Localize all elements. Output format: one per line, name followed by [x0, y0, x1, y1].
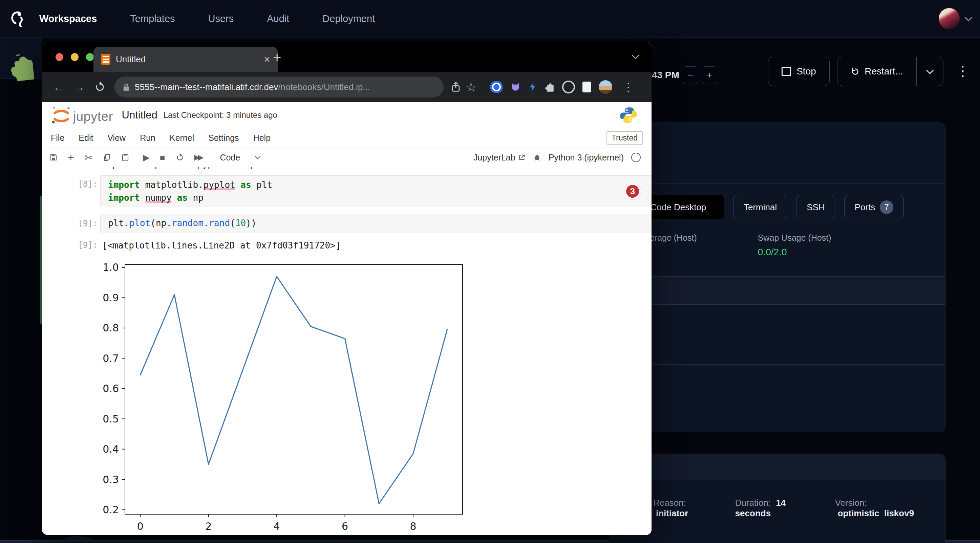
cell-type-dropdown[interactable]: Code: [220, 153, 260, 162]
cell8-prompt: [8]:: [62, 179, 97, 189]
back-button[interactable]: ←: [50, 80, 68, 94]
share-icon[interactable]: [451, 82, 461, 92]
ssh-button[interactable]: SSH: [796, 195, 835, 219]
nav-item-workspaces[interactable]: Workspaces: [39, 13, 97, 24]
jupyter-toolbar: + ✂ ▶ ■ ▶▶ Code JupyterLab: [42, 148, 652, 167]
notebook-title[interactable]: Untitled: [122, 109, 158, 121]
copy-cell-button[interactable]: [103, 153, 111, 162]
version-label: Version:: [835, 498, 867, 508]
split-screen-extension-icon[interactable]: [582, 82, 591, 92]
zoom-in-button[interactable]: +: [702, 66, 717, 84]
jupyter-page: jupyter Untitled Last Checkpoint: 3 minu…: [42, 102, 652, 535]
nav-item-templates[interactable]: Templates: [130, 13, 175, 24]
lightning-extension-icon[interactable]: [528, 82, 537, 92]
tab-title: Untitled: [116, 54, 258, 65]
restart-kernel-button[interactable]: [175, 153, 184, 162]
chevron-down-icon[interactable]: [965, 14, 972, 22]
ports-count-badge: 7: [880, 200, 893, 214]
window-minimize-button[interactable]: [71, 53, 79, 61]
chevron-down-icon: [926, 67, 934, 75]
tab-search-chevron-icon[interactable]: [632, 52, 639, 59]
run-cell-button[interactable]: ▶: [143, 152, 150, 163]
user-avatar[interactable]: [939, 8, 960, 29]
workspace-kebab-menu[interactable]: ⋮: [956, 58, 970, 84]
nav-item-audit[interactable]: Audit: [267, 13, 289, 24]
jupyter-logo[interactable]: jupyter: [51, 106, 113, 125]
nav-item-users[interactable]: Users: [208, 13, 234, 24]
menu-run[interactable]: Run: [140, 133, 156, 143]
chevron-down-icon: [255, 154, 261, 159]
swap-usage-stat: Swap Usage (Host) 0.0/2.0: [758, 233, 831, 276]
jupyterlab-label: JupyterLab: [473, 153, 515, 162]
version-value: optimistic_liskov9: [838, 508, 914, 518]
reload-button[interactable]: [94, 81, 106, 93]
menu-view[interactable]: View: [107, 133, 126, 143]
svg-text:2: 2: [205, 520, 212, 532]
build-card-header: [609, 454, 945, 480]
duration-label: Duration:: [735, 498, 771, 508]
code-cell-8[interactable]: import matplotlib.pyplot as plt import n…: [100, 175, 652, 207]
trusted-badge[interactable]: Trusted: [606, 131, 643, 144]
save-button[interactable]: [49, 153, 57, 162]
bookmark-star-icon[interactable]: ☆: [466, 80, 476, 94]
notification-badge[interactable]: 3: [624, 183, 641, 199]
browser-profile-avatar[interactable]: [599, 80, 612, 94]
forward-button[interactable]: →: [70, 80, 88, 94]
svg-text:0.9: 0.9: [103, 292, 119, 304]
paste-cell-button[interactable]: [121, 153, 129, 162]
output9-text: [<matplotlib.lines.Line2D at 0x7fd03f191…: [102, 240, 340, 251]
workspace-row[interactable]: [609, 276, 945, 305]
debugger-icon[interactable]: [533, 153, 541, 162]
menu-file[interactable]: File: [51, 133, 64, 143]
window-close-button[interactable]: [56, 53, 63, 61]
stop-button[interactable]: Stop: [768, 57, 830, 86]
zoom-out-button[interactable]: −: [682, 66, 698, 84]
menu-help[interactable]: Help: [253, 133, 270, 143]
cut-cell-button[interactable]: ✂: [84, 152, 93, 164]
reason-value: initiator: [656, 508, 688, 518]
build-meta-row: Reason: initiator Duration: 14 seconds V…: [609, 480, 945, 519]
restart-button[interactable]: Restart...: [837, 57, 943, 86]
onepassword-extension-icon[interactable]: [490, 81, 503, 93]
ports-button[interactable]: Ports 7: [844, 195, 904, 219]
browser-kebab-menu-icon[interactable]: ⋮: [622, 80, 634, 94]
browser-tabstrip: Untitled × +: [42, 42, 652, 72]
python-logo-icon: [620, 106, 637, 124]
extensions-puzzle-icon[interactable]: [544, 82, 555, 92]
url-bar[interactable]: 5555--main--test--matifali.atif.cdr.dev/…: [115, 76, 444, 97]
new-tab-button[interactable]: +: [273, 49, 282, 66]
puzzle-icon: [8, 53, 37, 82]
cat-extension-icon[interactable]: [510, 82, 521, 92]
run-all-button[interactable]: ▶▶: [194, 153, 205, 162]
menu-kernel[interactable]: Kernel: [170, 133, 194, 143]
kernel-name[interactable]: Python 3 (ipykernel): [549, 153, 624, 162]
code-line: plt.plot(np.random.rand(10)): [108, 217, 652, 230]
nav-items: Workspaces Templates Users Audit Deploym…: [39, 13, 375, 24]
workspace-section: [609, 365, 945, 424]
ring-extension-icon[interactable]: [562, 81, 575, 94]
add-cell-button[interactable]: +: [68, 151, 74, 164]
tab-close-icon[interactable]: ×: [264, 53, 270, 66]
lock-icon: [123, 83, 130, 92]
build-reason: Reason: initiator: [653, 498, 722, 519]
url-host: 5555--main--test--matifali.atif.cdr.dev: [135, 82, 278, 92]
svg-text:1.0: 1.0: [103, 261, 119, 273]
workspace-section: [609, 305, 945, 365]
checkpoint-status: Last Checkpoint: 3 minutes ago: [164, 110, 277, 120]
menu-edit[interactable]: Edit: [79, 133, 93, 143]
ssh-label: SSH: [807, 202, 824, 213]
browser-tab[interactable]: Untitled ×: [94, 47, 278, 72]
code-cell-9[interactable]: plt.plot(np.random.rand(10)): [100, 214, 652, 233]
window-maximize-button[interactable]: [86, 53, 94, 61]
terminal-button[interactable]: Terminal: [733, 195, 788, 219]
open-jupyterlab-link[interactable]: JupyterLab: [473, 153, 525, 162]
nav-item-deployment[interactable]: Deployment: [322, 13, 375, 24]
jupyter-header: jupyter Untitled Last Checkpoint: 3 minu…: [42, 102, 652, 128]
cell9-prompt: [9]:: [62, 219, 97, 228]
svg-text:8: 8: [410, 520, 416, 532]
restart-options-button[interactable]: [916, 57, 943, 86]
menu-settings[interactable]: Settings: [208, 133, 239, 143]
restart-label: Restart...: [864, 66, 903, 77]
matplotlib-plot: 0.20.30.40.50.60.70.80.91.002468: [93, 261, 469, 534]
interrupt-kernel-button[interactable]: ■: [160, 152, 165, 163]
